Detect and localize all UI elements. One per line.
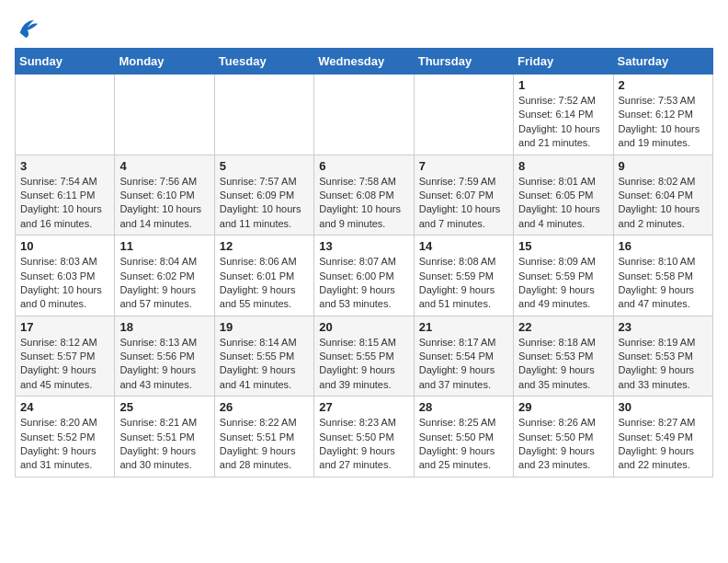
day-number: 27	[319, 400, 408, 414]
calendar-cell	[115, 75, 214, 155]
weekday-header-row: SundayMondayTuesdayWednesdayThursdayFrid…	[16, 49, 713, 75]
calendar-cell: 7Sunrise: 7:59 AM Sunset: 6:07 PM Daylig…	[414, 155, 513, 236]
day-info: Sunrise: 8:12 AM Sunset: 5:57 PM Dayligh…	[20, 336, 109, 393]
calendar-table: SundayMondayTuesdayWednesdayThursdayFrid…	[15, 48, 713, 477]
day-info: Sunrise: 8:23 AM Sunset: 5:50 PM Dayligh…	[319, 416, 408, 473]
day-number: 28	[419, 400, 508, 414]
weekday-header-tuesday: Tuesday	[214, 49, 313, 75]
day-info: Sunrise: 8:07 AM Sunset: 6:00 PM Dayligh…	[319, 255, 408, 312]
day-number: 18	[119, 320, 209, 334]
day-info: Sunrise: 7:56 AM Sunset: 6:10 PM Dayligh…	[119, 175, 209, 232]
day-info: Sunrise: 8:21 AM Sunset: 5:51 PM Dayligh…	[119, 416, 209, 473]
calendar-cell: 6Sunrise: 7:58 AM Sunset: 6:08 PM Daylig…	[314, 155, 414, 236]
day-info: Sunrise: 8:26 AM Sunset: 5:50 PM Dayligh…	[518, 416, 608, 473]
day-info: Sunrise: 7:59 AM Sunset: 6:07 PM Dayligh…	[419, 175, 508, 232]
calendar-cell: 26Sunrise: 8:22 AM Sunset: 5:51 PM Dayli…	[214, 396, 313, 477]
calendar-cell: 15Sunrise: 8:09 AM Sunset: 5:59 PM Dayli…	[514, 236, 613, 316]
day-number: 3	[20, 159, 109, 173]
day-number: 12	[220, 239, 309, 253]
day-number: 6	[319, 159, 408, 173]
calendar-cell	[16, 75, 115, 155]
calendar-cell: 1Sunrise: 7:52 AM Sunset: 6:14 PM Daylig…	[514, 75, 613, 155]
day-info: Sunrise: 7:57 AM Sunset: 6:09 PM Dayligh…	[220, 175, 309, 232]
day-info: Sunrise: 8:25 AM Sunset: 5:50 PM Dayligh…	[419, 416, 508, 473]
day-number: 16	[619, 239, 708, 253]
day-number: 1	[518, 78, 608, 92]
weekday-header-friday: Friday	[514, 49, 613, 75]
day-info: Sunrise: 8:22 AM Sunset: 5:51 PM Dayligh…	[220, 416, 309, 473]
calendar-cell	[314, 75, 414, 155]
day-number: 24	[20, 400, 109, 414]
page-header	[15, 15, 713, 40]
day-info: Sunrise: 8:09 AM Sunset: 5:59 PM Dayligh…	[518, 255, 608, 312]
day-info: Sunrise: 7:53 AM Sunset: 6:12 PM Dayligh…	[619, 94, 708, 151]
calendar-cell: 24Sunrise: 8:20 AM Sunset: 5:52 PM Dayli…	[16, 396, 115, 477]
weekday-header-saturday: Saturday	[613, 49, 712, 75]
calendar-header: SundayMondayTuesdayWednesdayThursdayFrid…	[16, 49, 713, 75]
calendar-cell: 2Sunrise: 7:53 AM Sunset: 6:12 PM Daylig…	[613, 75, 712, 155]
weekday-header-sunday: Sunday	[16, 49, 115, 75]
day-number: 20	[319, 320, 408, 334]
calendar-week-2: 3Sunrise: 7:54 AM Sunset: 6:11 PM Daylig…	[16, 155, 713, 236]
weekday-header-monday: Monday	[115, 49, 214, 75]
calendar-cell: 20Sunrise: 8:15 AM Sunset: 5:55 PM Dayli…	[314, 316, 414, 396]
calendar-cell: 30Sunrise: 8:27 AM Sunset: 5:49 PM Dayli…	[613, 396, 712, 477]
day-number: 7	[419, 159, 508, 173]
calendar-cell: 11Sunrise: 8:04 AM Sunset: 6:02 PM Dayli…	[115, 236, 214, 316]
day-number: 5	[220, 159, 309, 173]
day-number: 4	[119, 159, 209, 173]
day-info: Sunrise: 8:19 AM Sunset: 5:53 PM Dayligh…	[619, 336, 708, 393]
day-number: 15	[518, 239, 608, 253]
calendar-cell: 18Sunrise: 8:13 AM Sunset: 5:56 PM Dayli…	[115, 316, 214, 396]
calendar-cell: 21Sunrise: 8:17 AM Sunset: 5:54 PM Dayli…	[414, 316, 513, 396]
calendar-cell: 16Sunrise: 8:10 AM Sunset: 5:58 PM Dayli…	[613, 236, 712, 316]
day-info: Sunrise: 8:08 AM Sunset: 5:59 PM Dayligh…	[419, 255, 508, 312]
calendar-week-3: 10Sunrise: 8:03 AM Sunset: 6:03 PM Dayli…	[16, 236, 713, 316]
day-info: Sunrise: 8:14 AM Sunset: 5:55 PM Dayligh…	[220, 336, 309, 393]
day-info: Sunrise: 8:06 AM Sunset: 6:01 PM Dayligh…	[220, 255, 309, 312]
calendar-cell: 17Sunrise: 8:12 AM Sunset: 5:57 PM Dayli…	[16, 316, 115, 396]
day-info: Sunrise: 8:18 AM Sunset: 5:53 PM Dayligh…	[518, 336, 608, 393]
day-info: Sunrise: 8:13 AM Sunset: 5:56 PM Dayligh…	[119, 336, 209, 393]
calendar-cell: 28Sunrise: 8:25 AM Sunset: 5:50 PM Dayli…	[414, 396, 513, 477]
day-info: Sunrise: 8:15 AM Sunset: 5:55 PM Dayligh…	[319, 336, 408, 393]
day-info: Sunrise: 8:10 AM Sunset: 5:58 PM Dayligh…	[619, 255, 708, 312]
calendar-cell: 12Sunrise: 8:06 AM Sunset: 6:01 PM Dayli…	[214, 236, 313, 316]
day-number: 9	[619, 159, 708, 173]
calendar-cell: 13Sunrise: 8:07 AM Sunset: 6:00 PM Dayli…	[314, 236, 414, 316]
calendar-cell: 10Sunrise: 8:03 AM Sunset: 6:03 PM Dayli…	[16, 236, 115, 316]
day-info: Sunrise: 8:01 AM Sunset: 6:05 PM Dayligh…	[518, 175, 608, 232]
day-info: Sunrise: 8:27 AM Sunset: 5:49 PM Dayligh…	[619, 416, 708, 473]
day-number: 17	[20, 320, 109, 334]
calendar-cell: 25Sunrise: 8:21 AM Sunset: 5:51 PM Dayli…	[115, 396, 214, 477]
weekday-header-wednesday: Wednesday	[314, 49, 414, 75]
day-number: 29	[518, 400, 608, 414]
logo-bird-icon	[15, 15, 40, 40]
calendar-cell: 4Sunrise: 7:56 AM Sunset: 6:10 PM Daylig…	[115, 155, 214, 236]
day-number: 23	[619, 320, 708, 334]
calendar-cell: 29Sunrise: 8:26 AM Sunset: 5:50 PM Dayli…	[514, 396, 613, 477]
calendar-cell: 22Sunrise: 8:18 AM Sunset: 5:53 PM Dayli…	[514, 316, 613, 396]
day-info: Sunrise: 8:03 AM Sunset: 6:03 PM Dayligh…	[20, 255, 109, 312]
calendar-body: 1Sunrise: 7:52 AM Sunset: 6:14 PM Daylig…	[16, 75, 713, 477]
day-number: 19	[220, 320, 309, 334]
day-number: 25	[119, 400, 209, 414]
day-info: Sunrise: 8:20 AM Sunset: 5:52 PM Dayligh…	[20, 416, 109, 473]
calendar-cell: 19Sunrise: 8:14 AM Sunset: 5:55 PM Dayli…	[214, 316, 313, 396]
day-info: Sunrise: 7:52 AM Sunset: 6:14 PM Dayligh…	[518, 94, 608, 151]
day-number: 21	[419, 320, 508, 334]
calendar-cell	[214, 75, 313, 155]
calendar-cell: 14Sunrise: 8:08 AM Sunset: 5:59 PM Dayli…	[414, 236, 513, 316]
day-number: 26	[220, 400, 309, 414]
day-number: 22	[518, 320, 608, 334]
calendar-cell: 8Sunrise: 8:01 AM Sunset: 6:05 PM Daylig…	[514, 155, 613, 236]
day-info: Sunrise: 8:17 AM Sunset: 5:54 PM Dayligh…	[419, 336, 508, 393]
day-info: Sunrise: 7:58 AM Sunset: 6:08 PM Dayligh…	[319, 175, 408, 232]
day-info: Sunrise: 7:54 AM Sunset: 6:11 PM Dayligh…	[20, 175, 109, 232]
day-number: 30	[619, 400, 708, 414]
day-info: Sunrise: 8:02 AM Sunset: 6:04 PM Dayligh…	[619, 175, 708, 232]
calendar-cell: 3Sunrise: 7:54 AM Sunset: 6:11 PM Daylig…	[16, 155, 115, 236]
day-info: Sunrise: 8:04 AM Sunset: 6:02 PM Dayligh…	[119, 255, 209, 312]
day-number: 13	[319, 239, 408, 253]
calendar-cell: 9Sunrise: 8:02 AM Sunset: 6:04 PM Daylig…	[613, 155, 712, 236]
